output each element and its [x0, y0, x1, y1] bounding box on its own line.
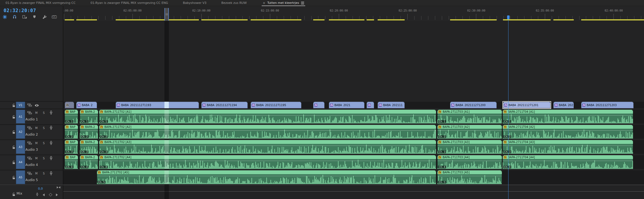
a2-track-name[interactable]: Audio 2: [25, 133, 38, 136]
video-clip[interactable]: fxBABA_202111271193: [116, 102, 199, 108]
mix-next-keyframe-icon[interactable]: [56, 193, 58, 196]
volume-rubber-band[interactable]: [99, 115, 436, 115]
volume-rubber-band[interactable]: [437, 130, 502, 131]
timeline-display-settings-icon[interactable]: [42, 15, 47, 19]
volume-rubber-band[interactable]: [99, 161, 436, 161]
mix-volume-value[interactable]: 0,0: [38, 187, 43, 190]
a4-solo-button[interactable]: S: [42, 156, 46, 160]
a5-voiceover-record-icon[interactable]: [48, 171, 53, 175]
video-clip[interactable]: fxBABA_202111: [378, 102, 405, 108]
audio-clip[interactable]: fxBAPA-2711T04 [A1]Ch. 1: [503, 110, 633, 123]
audio-clip[interactable]: fxBAPA-2Ch. 2: [80, 125, 98, 139]
track-badge-a3[interactable]: A3: [16, 140, 25, 154]
captions-icon[interactable]: CC: [52, 15, 57, 19]
a1-sync-lock-icon[interactable]: [27, 111, 32, 115]
volume-rubber-band[interactable]: [99, 130, 436, 131]
volume-rubber-band[interactable]: [80, 161, 98, 161]
audio-clip[interactable]: fxBAPA-2711T04 [A3]Ch. 3: [503, 140, 633, 154]
a4-sync-lock-icon[interactable]: [27, 156, 32, 160]
volume-rubber-band[interactable]: [80, 130, 98, 131]
video-clip[interactable]: fxBABA_202111271203: [581, 102, 634, 108]
a1-track-name[interactable]: Audio 1: [25, 117, 38, 121]
a3-lock-icon[interactable]: [12, 145, 15, 149]
video-clip-selected[interactable]: fxBABA_202111271201: [503, 102, 551, 108]
audio-clip[interactable]: fxBAPA-2711T03 [A3]Ch. 3: [437, 140, 502, 154]
a5-mute-button[interactable]: M: [34, 171, 38, 175]
volume-rubber-band[interactable]: [437, 161, 502, 161]
a5-sync-lock-icon[interactable]: [27, 171, 32, 175]
volume-rubber-band[interactable]: [65, 115, 78, 115]
nest-sequence-icon[interactable]: [2, 15, 7, 19]
mix-lock-icon[interactable]: [12, 192, 15, 196]
a1-solo-button[interactable]: S: [42, 111, 46, 115]
video-clip[interactable]: fxBABA_202111271194: [201, 102, 248, 108]
audio-clip[interactable]: fxBAPCh. 1: [65, 110, 78, 123]
mix-prev-keyframe-icon[interactable]: [43, 193, 45, 196]
audio-clip[interactable]: fxBAPA-2711T03 [A5]Ch. 5: [437, 170, 502, 184]
volume-rubber-band[interactable]: [503, 146, 633, 146]
audio-clip[interactable]: fxBAPA-2711T04 [A2]Ch. 2: [503, 125, 633, 139]
volume-rubber-band[interactable]: [437, 146, 502, 146]
add-marker-icon[interactable]: [32, 15, 37, 19]
audio-clip[interactable]: fxBAPA-2711T02 [A2]Ch. 2: [99, 125, 436, 139]
volume-rubber-band[interactable]: [80, 146, 98, 146]
track-badge-a1[interactable]: A1: [16, 110, 25, 123]
volume-rubber-band[interactable]: [65, 146, 78, 146]
audio-clip[interactable]: fxBAPA-2711T04 [A4]Ch. 4: [503, 155, 633, 169]
audio-clip[interactable]: fxBAPA-2Ch. 3: [80, 140, 98, 154]
volume-rubber-band[interactable]: [503, 115, 633, 115]
a3-sync-lock-icon[interactable]: [27, 141, 32, 145]
volume-rubber-band[interactable]: [503, 161, 633, 161]
a2-solo-button[interactable]: S: [42, 126, 46, 130]
a4-voiceover-record-icon[interactable]: [48, 156, 53, 160]
time-ruler[interactable]: :00:0002:05:00:0002:10:00:0002:15:00:000…: [63, 6, 644, 21]
v1-track-output-icon[interactable]: [34, 103, 39, 107]
volume-rubber-band[interactable]: [97, 176, 436, 176]
audio-clip[interactable]: fxBAPA-2711T02 [A3]Ch. 3: [99, 140, 436, 154]
audio-clip[interactable]: fxBAPCh. 3: [65, 140, 78, 154]
video-clip[interactable]: fxBABA_2021: [329, 102, 364, 108]
v1-sync-lock-icon[interactable]: [27, 103, 32, 107]
a1-voiceover-record-icon[interactable]: [48, 111, 53, 114]
a3-solo-button[interactable]: S: [42, 141, 46, 145]
track-badge-v1[interactable]: V1: [16, 102, 25, 108]
a4-track-name[interactable]: Audio 4: [25, 163, 38, 167]
volume-rubber-band[interactable]: [503, 130, 633, 131]
audio-clip[interactable]: fxBAPA-2711T03 [A2]Ch. 2: [437, 125, 502, 139]
volume-rubber-band[interactable]: [437, 176, 502, 176]
volume-rubber-band[interactable]: [99, 146, 436, 146]
volume-rubber-band[interactable]: [80, 115, 98, 115]
a5-lock-icon[interactable]: [12, 175, 15, 179]
mix-fit-icon[interactable]: [57, 186, 60, 189]
volume-rubber-band[interactable]: [65, 130, 78, 131]
audio-clip[interactable]: fxBAPA-2711T03 [A4]Ch. 4: [437, 155, 502, 169]
a2-mute-button[interactable]: M: [34, 126, 38, 130]
linked-selection-icon[interactable]: [22, 15, 27, 19]
track-badge-a4[interactable]: A4: [16, 155, 25, 169]
a4-lock-icon[interactable]: [12, 160, 15, 164]
mix-keyframe-mode-icon[interactable]: [35, 192, 40, 196]
v1-lock-icon[interactable]: [12, 103, 15, 107]
track-badge-a2[interactable]: A2: [16, 125, 25, 139]
a2-voiceover-record-icon[interactable]: [48, 126, 53, 130]
audio-clip[interactable]: fxBAPA-2711T03 [A1]Ch. 1: [437, 110, 502, 123]
video-clip[interactable]: fxBABA_2: [76, 102, 97, 108]
playhead-handle[interactable]: [507, 15, 510, 19]
audio-clip[interactable]: fxBAPA-2Ch. 4: [80, 155, 98, 169]
video-clip[interactable]: fx: [367, 102, 374, 108]
duration-marker[interactable]: [164, 8, 169, 21]
a3-voiceover-record-icon[interactable]: [48, 141, 53, 145]
video-clip[interactable]: fxBABA_202: [553, 102, 574, 108]
a4-mute-button[interactable]: M: [34, 156, 38, 160]
a2-sync-lock-icon[interactable]: [27, 126, 32, 130]
audio-clip[interactable]: fxBAPA-2711T02 [A1]Ch. 1: [99, 110, 436, 123]
a3-mute-button[interactable]: M: [34, 141, 38, 145]
snap-icon[interactable]: [12, 15, 17, 19]
audio-clip[interactable]: fxBAPCh. 2: [65, 125, 78, 139]
volume-rubber-band[interactable]: [437, 115, 502, 115]
video-clip[interactable]: fx: [65, 102, 74, 108]
a1-lock-icon[interactable]: [12, 115, 15, 118]
video-clip[interactable]: fxBABA_202111271195: [251, 102, 301, 108]
video-clip[interactable]: fx: [313, 102, 324, 108]
audio-clip[interactable]: fxBAPA-2711T02 [A4]Ch. 4: [99, 155, 436, 169]
